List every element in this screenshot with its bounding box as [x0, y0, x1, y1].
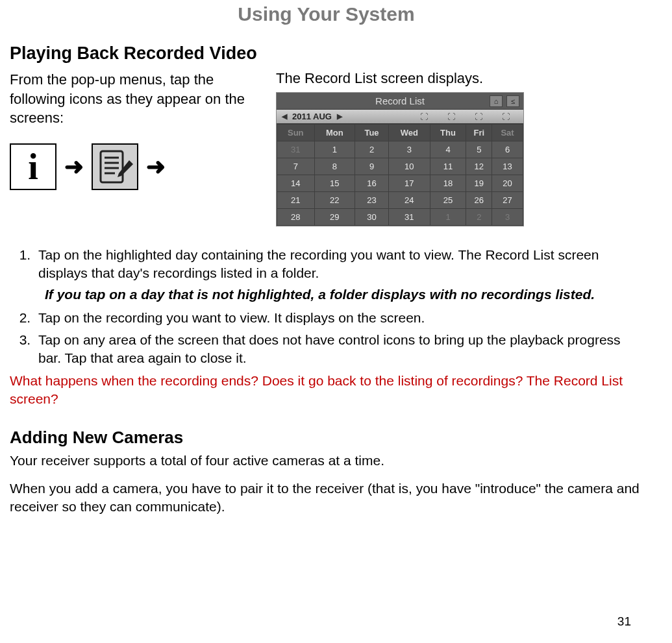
calendar-day-cell[interactable]: 5	[466, 141, 492, 158]
calendar-day-cell[interactable]: 20	[492, 175, 523, 192]
camera-slot-icon: ⛶	[502, 112, 510, 121]
record-list-caption: The Record List screen displays.	[276, 70, 643, 87]
cameras-p1: Your receiver supports a total of four a…	[10, 452, 643, 470]
cameras-p2: When you add a camera, you have to pair …	[10, 479, 643, 516]
calendar-day-cell[interactable]: 2	[355, 141, 388, 158]
calendar-day-cell[interactable]: 2	[466, 209, 492, 226]
calendar-day-cell[interactable]: 13	[492, 158, 523, 175]
camera-slot-icon: ⛶	[420, 112, 428, 121]
record-list-title: Record List	[375, 95, 425, 106]
camera-slot-icon: ⛶	[447, 112, 455, 121]
calendar-day-cell[interactable]: 30	[355, 209, 388, 226]
page-title: Using Your System	[10, 3, 643, 25]
camera-slots: ⛶ ⛶ ⛶ ⛶	[410, 112, 523, 121]
step-note: If you tap on a day that is not highligh…	[45, 287, 643, 302]
step-2: Tap on the recording you want to view. I…	[34, 309, 643, 327]
calendar-day-cell[interactable]: 31	[389, 209, 430, 226]
calendar-day-header: Thu	[430, 125, 466, 141]
calendar-day-cell[interactable]: 16	[355, 175, 388, 192]
calendar-day-cell[interactable]: 6	[492, 141, 523, 158]
calendar-day-cell[interactable]: 27	[492, 192, 523, 209]
calendar-day-cell[interactable]: 18	[430, 175, 466, 192]
info-icon: i	[10, 143, 56, 190]
arrow-icon: ➜	[64, 153, 84, 180]
svg-rect-0	[101, 151, 123, 182]
calendar-day-cell[interactable]: 3	[492, 209, 523, 226]
calendar-day-cell[interactable]: 3	[389, 141, 430, 158]
steps-list-cont: Tap on the recording you want to view. I…	[10, 309, 643, 368]
calendar-day-header: Mon	[314, 125, 355, 141]
calendar-day-cell[interactable]: 9	[355, 158, 388, 175]
step-3: Tap on any area of the screen that does …	[34, 331, 643, 368]
note-edit-icon	[92, 143, 138, 190]
calendar-day-header: Tue	[355, 125, 388, 141]
prev-month-icon[interactable]: ◀	[282, 112, 287, 121]
calendar-day-header: Sun	[277, 125, 315, 141]
page-number: 31	[617, 614, 631, 629]
month-selector: ◀ 2011 AUG ▶ ⛶ ⛶ ⛶ ⛶	[277, 110, 523, 124]
calendar-day-cell[interactable]: 17	[389, 175, 430, 192]
calendar-day-cell[interactable]: 11	[430, 158, 466, 175]
record-list-title-bar: Record List ⌂ ≤	[277, 93, 523, 110]
right-column: The Record List screen displays. Record …	[276, 70, 643, 226]
calendar-day-cell[interactable]: 21	[277, 192, 315, 209]
calendar-day-cell[interactable]: 12	[466, 158, 492, 175]
calendar-day-cell[interactable]: 10	[389, 158, 430, 175]
review-comment: What happens when the recording ends? Do…	[10, 372, 643, 409]
steps-list: Tap on the highlighted day containing th…	[10, 246, 643, 283]
calendar-day-cell[interactable]: 25	[430, 192, 466, 209]
month-label: 2011 AUG	[292, 112, 332, 121]
calendar-day-cell[interactable]: 14	[277, 175, 315, 192]
calendar-day-cell[interactable]: 7	[277, 158, 315, 175]
calendar-day-header: Wed	[389, 125, 430, 141]
back-icon[interactable]: ≤	[506, 95, 519, 107]
step-1: Tap on the highlighted day containing th…	[34, 246, 643, 283]
calendar-day-cell[interactable]: 22	[314, 192, 355, 209]
section-heading-cameras: Adding New Cameras	[10, 428, 643, 448]
calendar-day-header: Sat	[492, 125, 523, 141]
calendar-day-cell[interactable]: 1	[430, 209, 466, 226]
camera-slot-icon: ⛶	[475, 112, 482, 121]
calendar-day-cell[interactable]: 28	[277, 209, 315, 226]
record-list-widget: Record List ⌂ ≤ ◀ 2011 AUG ▶ ⛶ ⛶ ⛶ ⛶	[276, 92, 524, 226]
arrow-icon: ➜	[146, 153, 166, 180]
calendar-day-cell[interactable]: 26	[466, 192, 492, 209]
calendar-day-cell[interactable]: 31	[277, 141, 315, 158]
calendar-day-header: Fri	[466, 125, 492, 141]
calendar-day-cell[interactable]: 29	[314, 209, 355, 226]
calendar-day-cell[interactable]: 23	[355, 192, 388, 209]
svg-marker-5	[118, 160, 133, 177]
calendar-day-cell[interactable]: 15	[314, 175, 355, 192]
calendar-day-cell[interactable]: 24	[389, 192, 430, 209]
calendar-day-cell[interactable]: 1	[314, 141, 355, 158]
left-column: From the pop-up menus, tap the following…	[10, 70, 256, 226]
icon-sequence: i ➜ ➜	[10, 143, 256, 190]
next-month-icon[interactable]: ▶	[337, 112, 342, 121]
calendar-table: SunMonTueWedThuFriSat 311234567891011121…	[277, 124, 523, 226]
intro-text: From the pop-up menus, tap the following…	[10, 70, 256, 128]
section-heading-playback: Playing Back Recorded Video	[10, 43, 643, 64]
calendar-day-cell[interactable]: 8	[314, 158, 355, 175]
home-icon[interactable]: ⌂	[490, 95, 503, 107]
calendar-day-cell[interactable]: 19	[466, 175, 492, 192]
calendar-day-cell[interactable]: 4	[430, 141, 466, 158]
